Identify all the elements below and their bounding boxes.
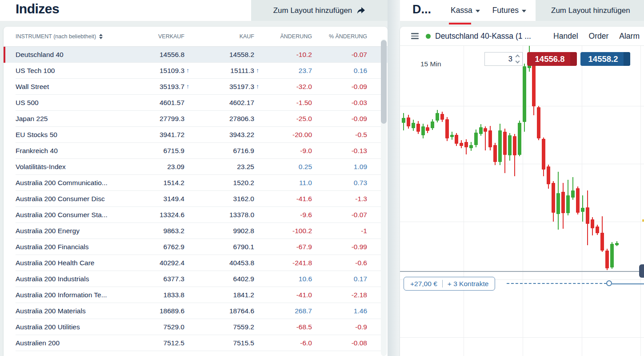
table-row[interactable]: Australia 200 Consumer Disc3149.43162.0-…: [4, 191, 388, 207]
buy-price[interactable]: 3943.22: [184, 131, 254, 139]
position-dashed-line: [507, 283, 607, 284]
buy-price[interactable]: 1520.2: [184, 179, 254, 187]
table-row[interactable]: Australia 200 Materials18689.618764.6268…: [4, 303, 388, 319]
buy-price[interactable]: 3162.0: [184, 195, 254, 203]
add-to-layout-button[interactable]: Zum Layout hinzufügen: [536, 0, 644, 21]
change-pct: -0.08: [312, 339, 367, 347]
buy-price[interactable]: 23.25: [184, 163, 254, 171]
position-pnl: +27,00 €: [410, 280, 437, 288]
scrollbar-thumb[interactable]: [381, 40, 387, 124]
sell-price[interactable]: 6762.9: [129, 243, 184, 251]
table-row[interactable]: Japan 22527799.327806.3-25.0-0.09: [4, 111, 388, 127]
stepper-down-icon[interactable]: [516, 59, 520, 64]
buy-price[interactable]: 15111.3↑: [184, 67, 254, 75]
change-value: -1.50: [254, 99, 312, 107]
instrument-name: Australia 200 Financials: [4, 243, 129, 251]
column-header-buy[interactable]: KAUF: [184, 33, 254, 40]
table-row[interactable]: Australien 2007512.57515.5-6.0-0.08: [4, 335, 388, 351]
quantity-value[interactable]: 3: [485, 55, 514, 63]
sell-button[interactable]: 14556.8: [527, 52, 577, 66]
sell-price[interactable]: 3149.4: [129, 195, 184, 203]
buy-price[interactable]: 18764.6: [184, 307, 254, 315]
column-header-instrument[interactable]: INSTRUMENT (nach beliebtheit): [4, 33, 129, 40]
instrument-name: Australia 200 Communicatio...: [4, 179, 129, 187]
tab-futures[interactable]: Futures: [486, 0, 532, 21]
buy-price[interactable]: 4602.17: [184, 99, 254, 107]
sell-price[interactable]: 14556.8: [129, 51, 184, 59]
table-row[interactable]: Australia 200 Information Te...1833.8184…: [4, 287, 388, 303]
instrument-name: Frankreich 40: [4, 147, 129, 155]
buy-price[interactable]: 27806.3: [184, 115, 254, 123]
sell-price[interactable]: 13324.6: [129, 211, 184, 219]
table-row[interactable]: Australia 200 Communicatio...1514.21520.…: [4, 175, 388, 191]
tab-kassa[interactable]: Kassa: [444, 0, 486, 21]
change-pct: -0.07: [312, 51, 367, 59]
quantity-stepper[interactable]: 3: [484, 52, 523, 66]
column-header-change[interactable]: ÄNDERUNG: [254, 33, 312, 40]
change-pct: -0.13: [312, 147, 367, 155]
table-row[interactable]: US Tech 10015109.3↑15111.3↑23.70.16: [4, 63, 388, 79]
sell-price[interactable]: 18689.6: [129, 307, 184, 315]
column-header-change-pct[interactable]: % ÄNDERUNG: [312, 33, 367, 40]
table-row[interactable]: Deutschland 4014556.814558.2-10.2-0.07: [4, 47, 388, 63]
chevron-down-icon: [476, 10, 480, 12]
column-header-sell[interactable]: VERKAUF: [129, 33, 184, 40]
buy-price[interactable]: 7515.5: [184, 339, 254, 347]
sell-price[interactable]: 27799.3: [129, 115, 184, 123]
buy-price[interactable]: 1841.2: [184, 291, 254, 299]
table-row[interactable]: Wall Street35193.7↑35197.3↑-32.0-0.09: [4, 79, 388, 95]
buy-price[interactable]: 13378.0: [184, 211, 254, 219]
change-pct: 0.73: [312, 179, 367, 187]
candle-body: [513, 136, 516, 155]
link-handel[interactable]: Handel: [553, 32, 578, 41]
sell-price[interactable]: 35193.7↑: [129, 83, 184, 91]
change-value: -241.8: [254, 259, 312, 267]
buy-button[interactable]: 14558.2: [580, 52, 630, 66]
buy-price[interactable]: 6716.9: [184, 147, 254, 155]
instrument-name: Australia 200 Consumer Sta...: [4, 211, 129, 219]
buy-price[interactable]: 35197.3↑: [184, 83, 254, 91]
open-position-badge[interactable]: +27,00 € + 3 Kontrakte: [404, 277, 495, 291]
table-row[interactable]: Volatilitäts-Index23.0923.250.251.09: [4, 159, 388, 175]
sell-price[interactable]: 23.09: [129, 163, 184, 171]
buy-price[interactable]: 40453.8: [184, 259, 254, 267]
candle-body: [416, 124, 420, 132]
sort-icon[interactable]: [99, 34, 103, 39]
sell-price[interactable]: 3941.72: [129, 131, 184, 139]
sell-price[interactable]: 1514.2: [129, 179, 184, 187]
table-row[interactable]: Australia 200 Energy9863.29902.8-100.2-1: [4, 223, 388, 239]
sell-price[interactable]: 7529.0: [129, 323, 184, 331]
add-to-layout-button[interactable]: Zum Layout hinzufügen: [251, 0, 388, 21]
stepper-up-icon[interactable]: [516, 55, 520, 59]
candle-body: [445, 119, 449, 138]
position-marker[interactable]: [606, 280, 612, 286]
buy-price[interactable]: 6402.9: [184, 275, 254, 283]
sell-price[interactable]: 6715.9: [129, 147, 184, 155]
buy-price[interactable]: 9902.8: [184, 227, 254, 235]
table-row[interactable]: Australia 200 Health Care40292.440453.8-…: [4, 255, 388, 271]
sell-price[interactable]: 40292.4: [129, 259, 184, 267]
instrument-name: Australia 200 Energy: [4, 227, 129, 235]
share-arrow-icon: [356, 7, 365, 14]
sell-price[interactable]: 9863.2: [129, 227, 184, 235]
table-row[interactable]: Australia 200 Utilities7529.07559.2-68.5…: [4, 319, 388, 335]
table-row[interactable]: EU Stocks 503941.723943.22-20.00-0.5: [4, 127, 388, 143]
table-row[interactable]: Australia 200 Industrials6377.36402.910.…: [4, 271, 388, 287]
table-row[interactable]: Australia 200 Consumer Sta...13324.61337…: [4, 207, 388, 223]
sell-price[interactable]: 6377.3: [129, 275, 184, 283]
gridline-vertical: [640, 46, 641, 356]
link-order[interactable]: Order: [589, 32, 609, 41]
table-row[interactable]: Australia 200 Financials6762.96790.1-67.…: [4, 239, 388, 255]
buy-price[interactable]: 14558.2: [184, 51, 254, 59]
table-row[interactable]: US 5004601.574602.17-1.50-0.03: [4, 95, 388, 111]
sell-price[interactable]: 1833.8: [129, 291, 184, 299]
sell-price[interactable]: 15109.3↑: [129, 67, 184, 75]
table-row[interactable]: Frankreich 406715.96716.9-9.0-0.13: [4, 143, 388, 159]
menu-icon[interactable]: [411, 33, 419, 39]
sell-price[interactable]: 4601.57: [129, 99, 184, 107]
buy-price[interactable]: 7559.2: [184, 323, 254, 331]
buy-price[interactable]: 6790.1: [184, 243, 254, 251]
link-alarm[interactable]: Alarm: [619, 32, 640, 41]
sell-price[interactable]: 7512.5: [129, 339, 184, 347]
candlestick-chart[interactable]: 15 Min 3 14556.8 14558.2 +27,00 €: [400, 46, 644, 356]
